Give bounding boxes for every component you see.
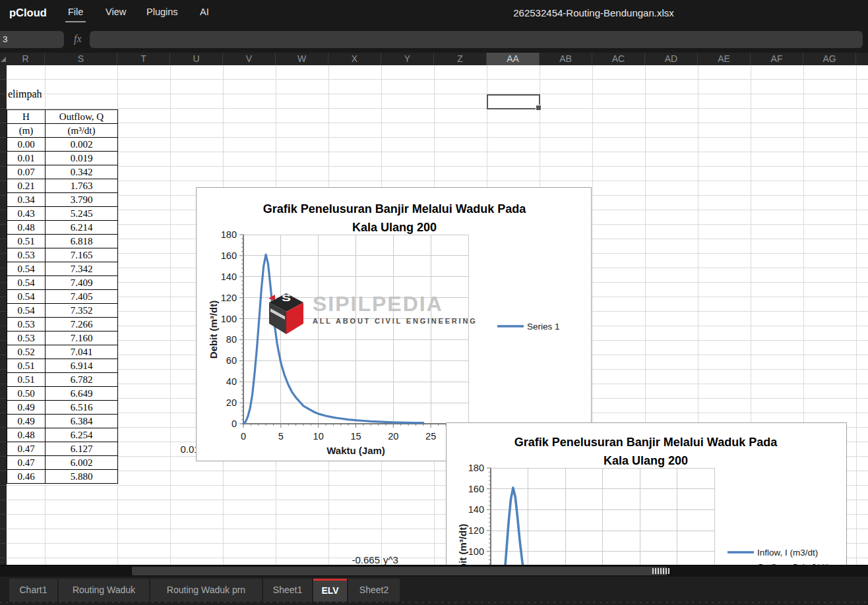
pcloud-logo: pCloud xyxy=(9,7,47,19)
column-header-AD[interactable]: AD xyxy=(645,53,698,65)
name-box[interactable]: 3 xyxy=(0,31,64,48)
select-all-corner-icon[interactable] xyxy=(1,57,6,62)
table-cell: 5.880 xyxy=(46,470,118,484)
table-row: 0.343.790 xyxy=(7,193,118,207)
horizontal-scrollbar[interactable] xyxy=(0,565,868,577)
table-cell: 7.266 xyxy=(46,318,118,331)
table-row: 0.486.254 xyxy=(7,428,118,442)
menu-view[interactable]: View xyxy=(106,7,126,17)
table-cell: Outflow, Q xyxy=(46,110,118,124)
scrollbar-thumb[interactable] xyxy=(132,567,667,575)
column-header-AB[interactable]: AB xyxy=(540,53,592,65)
svg-text:180: 180 xyxy=(221,229,237,240)
svg-text:Grafik Penelusuran Banjir Mela: Grafik Penelusuran Banjir Melalui Waduk … xyxy=(514,436,778,449)
table-row: 0.516.818 xyxy=(7,235,118,248)
column-header-V[interactable]: V xyxy=(223,53,276,65)
svg-text:0: 0 xyxy=(232,418,237,429)
column-header-X[interactable]: X xyxy=(328,53,381,65)
row-header-strip xyxy=(0,65,7,565)
svg-text:100: 100 xyxy=(468,546,484,557)
table-cell: 7.041 xyxy=(46,345,118,359)
svg-text:Grafik Penelusuran Banjir Mela: Grafik Penelusuran Banjir Melalui Waduk … xyxy=(263,202,526,216)
table-cell: 6.782 xyxy=(46,373,118,387)
svg-text:10: 10 xyxy=(313,431,324,442)
table-cell: 0.54 xyxy=(7,304,46,318)
table-cell: 7.160 xyxy=(46,331,118,345)
chart-1-series1[interactable]: 0204060801001201401601800510152025Grafik… xyxy=(196,187,592,461)
table-cell: 6.254 xyxy=(46,428,118,442)
table-cell: 0.48 xyxy=(7,428,46,442)
table-cell: 1.763 xyxy=(46,179,118,193)
svg-text:Series 1: Series 1 xyxy=(527,322,560,331)
table-row: 0.547.409 xyxy=(7,276,118,290)
column-header-AA[interactable]: AA xyxy=(487,53,540,65)
table-cell: 0.07 xyxy=(7,165,46,179)
sheet-tab-routing-waduk[interactable]: Routing Waduk xyxy=(59,579,149,602)
svg-text:120: 120 xyxy=(221,293,237,303)
menu-plugins[interactable]: Plugins xyxy=(146,7,178,17)
table-row: 0.547.352 xyxy=(7,304,118,318)
svg-text:40: 40 xyxy=(226,376,237,387)
svg-text:Waktu (Jam): Waktu (Jam) xyxy=(326,445,385,456)
column-header-AE[interactable]: AE xyxy=(698,53,751,65)
column-header-AG[interactable]: AG xyxy=(803,53,856,65)
sheet-tab-sheet1[interactable]: Sheet1 xyxy=(263,579,312,602)
column-header-AF[interactable]: AF xyxy=(751,53,803,65)
table-cell: 0.342 xyxy=(46,165,118,179)
table-cell: 0.43 xyxy=(7,207,46,221)
column-header-R[interactable]: R xyxy=(7,53,45,65)
menu-file[interactable]: File xyxy=(68,7,83,17)
fill-handle[interactable] xyxy=(536,105,542,111)
table-cell: 0.48 xyxy=(7,221,46,235)
table-cell: (m³/dt) xyxy=(46,124,118,138)
column-header-row: RSTUVWXYZAAABACADAEAFAG xyxy=(0,53,868,65)
table-row: 0.496.384 xyxy=(7,415,118,428)
table-row: 0.010.019 xyxy=(7,152,118,165)
column-header-S[interactable]: S xyxy=(45,53,117,65)
sheet-grid[interactable]: elimpah 0.010178 -0.665 y^3 HOutflow, Q(… xyxy=(7,65,868,565)
table-row: 0.537.165 xyxy=(7,248,118,262)
table-row: 0.211.763 xyxy=(7,179,118,193)
svg-text:15: 15 xyxy=(350,431,361,442)
table-cell: 0.51 xyxy=(7,359,46,373)
table-cell: 0.46 xyxy=(7,470,46,484)
table-row: 0.496.516 xyxy=(7,401,118,415)
sheet-tab-sheet2[interactable]: Sheet2 xyxy=(348,579,400,602)
formula-input[interactable] xyxy=(90,31,863,48)
menu-ai[interactable]: AI xyxy=(200,7,209,17)
column-header-Y[interactable]: Y xyxy=(381,53,434,65)
svg-text:120: 120 xyxy=(468,525,484,536)
column-header-AC[interactable]: AC xyxy=(592,53,645,65)
table-row: 0.070.342 xyxy=(7,165,118,179)
column-header-T[interactable]: T xyxy=(117,53,170,65)
svg-text:Kala Ulang 200: Kala Ulang 200 xyxy=(604,454,688,467)
table-row: 0.465.880 xyxy=(7,470,118,484)
table-cell: 0.54 xyxy=(7,290,46,304)
table-row: 0.547.405 xyxy=(7,290,118,304)
table-cell: 7.405 xyxy=(46,290,118,304)
svg-text:160: 160 xyxy=(468,484,484,494)
column-header-W[interactable]: W xyxy=(276,53,328,65)
table-row: 0.435.245 xyxy=(7,207,118,221)
table-cell: 0.54 xyxy=(7,262,46,276)
table-cell: 0.50 xyxy=(7,387,46,401)
table-cell: 0.53 xyxy=(7,248,46,262)
svg-text:100: 100 xyxy=(221,314,237,324)
sheet-tab-chart1[interactable]: Chart1 xyxy=(9,579,57,602)
table-cell: 0.49 xyxy=(7,415,46,428)
table-cell: 0.019 xyxy=(46,152,118,165)
svg-text:60: 60 xyxy=(226,355,237,366)
gridline xyxy=(856,65,857,565)
table-cell: (m) xyxy=(7,124,46,138)
sheet-tab-elv[interactable]: ELV xyxy=(313,579,347,602)
sheet-tab-routing-waduk-prn[interactable]: Routing Waduk prn xyxy=(150,579,262,602)
scrollbar-grip-icon[interactable] xyxy=(652,568,669,574)
table-row: 0.486.214 xyxy=(7,221,118,235)
svg-text:180: 180 xyxy=(468,463,484,473)
svg-text:0: 0 xyxy=(241,431,246,442)
column-header-Z[interactable]: Z xyxy=(434,53,487,65)
svg-text:80: 80 xyxy=(226,334,237,345)
table-cell: 0.51 xyxy=(7,235,46,248)
column-header-U[interactable]: U xyxy=(170,53,223,65)
selected-cell[interactable] xyxy=(487,94,540,109)
